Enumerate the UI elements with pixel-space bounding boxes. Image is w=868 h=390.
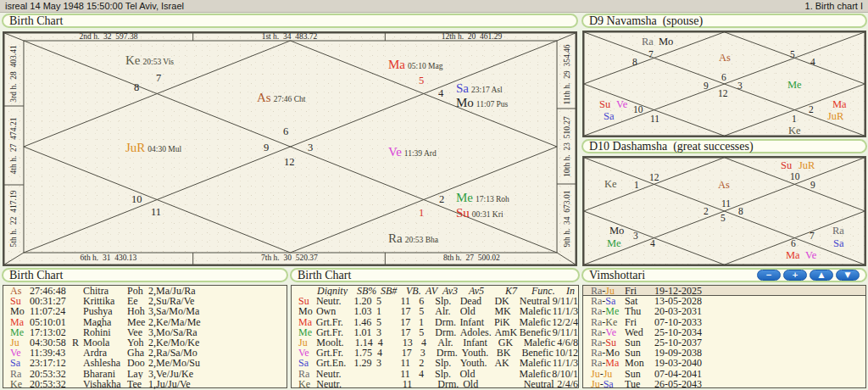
zoom-in-button[interactable]: + [783, 270, 807, 281]
retrograde-flag [72, 317, 83, 327]
sign-number: 10 [790, 171, 800, 181]
nakshatra: Bharani [83, 369, 127, 379]
sign-number: 11 [650, 114, 659, 124]
sign-number: 8 [738, 206, 743, 216]
sign-number: 11 [151, 206, 161, 219]
nakshatra: Krittika [83, 296, 127, 306]
ashtakavarga: 1 [419, 317, 435, 327]
planet-abbr: Sa [10, 358, 30, 368]
planet-longitude: 04:30:58 [30, 337, 72, 348]
shadbala-pct [353, 369, 376, 379]
shadbala-rank: 5 [376, 317, 400, 327]
planet-label: Me17:13 Roh [456, 190, 509, 205]
functional-nature: Malefic [519, 317, 552, 327]
house-strength-label: 5th h. 22 417.19 [5, 185, 22, 253]
vimsopaka-bala: 17 [402, 348, 420, 358]
dasha-weekday: Fri [625, 286, 654, 295]
functional-nature: Malefic [519, 369, 552, 379]
planet-label: Su [781, 159, 792, 172]
nakshatra: Ardra [83, 348, 127, 358]
planet-abbr: Sa [298, 358, 316, 368]
vimsopaka-bala: 11 [400, 296, 419, 306]
vimsopaka-bala: 17 [400, 317, 419, 327]
planet-label: As27:46 Cht [257, 90, 305, 105]
dasha-down-button[interactable]: ▼ [836, 270, 860, 281]
influence-houses: 12/2/4 [552, 317, 578, 327]
planet-label: Me [787, 79, 802, 92]
planet-label: Sa [833, 237, 844, 250]
vimsopaka-bala: 11 [403, 379, 421, 388]
ashtakavarga [421, 379, 437, 388]
dasha-weekday: Fri [625, 317, 654, 327]
planet-label: Ra20:53 Bha [388, 231, 438, 246]
d1-chart-grid [3, 32, 576, 265]
planet-label: As [718, 179, 730, 192]
sign-number: 12 [718, 88, 728, 98]
d10-dashamsha-chart[interactable]: KeAsSuJuRMoMeRaSaMaVe 121109112583476 [582, 156, 866, 266]
planet-longitude: 20:53:32 [30, 369, 72, 379]
shadbala-rank: 1 [376, 306, 400, 316]
dasha-row[interactable]: Ra-Me Thu 20-03-2031 [583, 306, 865, 316]
avastha3: Drm. [435, 327, 459, 337]
sign-number: 10 [131, 193, 142, 206]
d9-navamsha-chart[interactable]: RaMoAsMeSuVeSaMaJuRKe 785469312101121 [582, 31, 866, 137]
planet-label: Ma [786, 249, 800, 262]
sign-number: 7 [648, 49, 654, 59]
avastha3: Alr. [435, 306, 459, 316]
retrograde-flag [72, 379, 83, 389]
avastha5: Old [463, 379, 498, 388]
planet-label: Ve11:39 Ard [388, 144, 437, 159]
house-strength-label: 4th h. 27 474.21 [5, 106, 22, 185]
sign-number: 3 [633, 231, 638, 241]
panel-dignity-table: Birth Chart Dignity SB% SB# VB. AV Av3 A… [290, 268, 580, 388]
avastha3: Alr. [437, 337, 463, 348]
planet-abbr: Ra [10, 369, 30, 379]
dasha-end-date: 19-03-2040 [654, 358, 865, 368]
dasha-lords: Ju-Sa [591, 379, 625, 389]
panel-planet-table: Birth Chart As 27:46:48 Chitra Poh 2,Ma/… [2, 268, 288, 388]
functional-nature: Malefic [520, 306, 553, 316]
retrograde-flag [72, 348, 83, 358]
dignity-table-row: Ma Grt.Fr. 1.46 5 17 1 Drm. Infant PiK M… [292, 317, 578, 327]
dasha-row[interactable]: Ra-Ma Mon 19-03-2040 [583, 358, 865, 368]
planet-abbr: Ve [298, 348, 316, 358]
dignity-table-row: Ju Moolt. 1.14 4 13 4 Alr. Infant GK Mal… [292, 337, 578, 348]
planet-label: Su00:31 Kri [456, 205, 504, 220]
syllable: Hoh [127, 306, 148, 316]
dasha-row[interactable]: Ju-Sa Tue 26-05-2043 [583, 379, 865, 389]
shadbala-rank: 5 [376, 296, 400, 306]
sign-number: 3 [308, 142, 313, 154]
nakshatra: Moola [83, 337, 127, 348]
syllable: Vee [127, 327, 148, 337]
karaka: PiK [494, 317, 519, 327]
pada-lords: 2,Ke/Ma/Me [148, 317, 287, 327]
sign-number: 5 [721, 213, 726, 223]
planet-longitude: 23:17:12 [30, 358, 72, 368]
dignity-table-row: Su Neutr. 1.20 5 11 6 Slp. Dead DK Neutr… [292, 296, 578, 306]
influence-houses: 8/10/1 [552, 369, 578, 379]
d1-rasi-chart[interactable]: 2nd h. 32 597.381st h. 34 483.7212th h. … [3, 31, 577, 266]
shadbala-pct: 1.20 [353, 296, 376, 306]
sign-number: 4 [810, 57, 815, 67]
nakshatra: Ashlesha [83, 358, 127, 368]
pada-lords: 1,Ju/Ju/Ve [148, 379, 287, 389]
planet-abbr: Ve [10, 348, 30, 358]
dasha-row[interactable]: Ju-Ju Sun 07-04-2041 [583, 369, 865, 379]
sign-number: 4 [650, 238, 655, 248]
nakshatra: Magha [83, 317, 127, 327]
shadbala-pct: 1.75 [354, 348, 377, 358]
planet-abbr: As [10, 286, 30, 296]
syllable: Mee [127, 317, 148, 327]
shadbala-pct: 1.46 [353, 317, 376, 327]
planet-label: Ve [805, 249, 816, 262]
sign-number: 6 [721, 72, 726, 82]
house-strength-label: 11th h. 29 354.46 [559, 41, 576, 109]
dasha-up-button[interactable]: ▲ [810, 270, 833, 281]
influence-houses: 4/6/8 [557, 337, 578, 348]
dasha-row[interactable]: Ra-Ke Fri 07-10-2033 [583, 317, 865, 327]
avastha5: Youth. [460, 358, 495, 368]
ashtakavarga: 5 [419, 306, 435, 316]
house-strength-label: 9th h. 34 673.01 [559, 184, 576, 253]
zoom-out-button[interactable]: − [757, 270, 781, 281]
pada-lords: 2,Me/Mo/Su [148, 358, 287, 368]
